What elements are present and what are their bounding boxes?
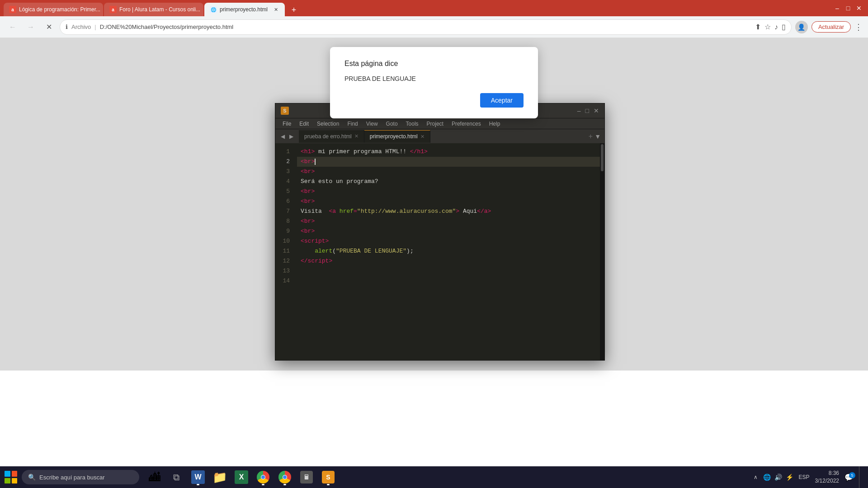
show-desktop-button[interactable] xyxy=(859,466,863,488)
browser-window-controls: – □ ✕ xyxy=(834,5,864,12)
address-bar[interactable]: ℹ Archivo | D:/ONE%20Michael/Proyectos/p… xyxy=(60,19,792,35)
taskbar-app-excel[interactable]: X xyxy=(231,467,251,487)
alert-overlay: Esta página dice PRUEBA DE LENGUAJE Acep… xyxy=(0,38,868,371)
start-icon xyxy=(5,471,17,483)
tab1-label: Lógica de programación: Primer... xyxy=(19,6,100,13)
taskbar-app-chrome2[interactable] xyxy=(275,467,295,487)
taskbar-app-taskview[interactable]: ⧉ xyxy=(166,467,186,487)
media-icon[interactable]: ♪ xyxy=(774,23,778,31)
minimize-button[interactable]: – xyxy=(834,5,841,12)
tray-network-icon[interactable]: 🌐 xyxy=(763,474,771,481)
start-button[interactable] xyxy=(0,466,22,488)
browser-title-bar: a Lógica de programación: Primer... ✕ a … xyxy=(0,0,868,16)
tab3-close[interactable]: ✕ xyxy=(272,6,279,13)
forward-button[interactable]: → xyxy=(24,20,38,34)
calculator-icon: 🖩 xyxy=(300,471,313,483)
tray-battery-icon[interactable]: ⚡ xyxy=(786,474,793,481)
taskbar-search[interactable]: 🔍 Escribe aquí para buscar xyxy=(22,470,139,484)
archive-icon: ℹ xyxy=(66,23,68,30)
tray-expand-icon[interactable]: ∧ xyxy=(754,474,758,480)
date-display: 3/12/2022 xyxy=(815,477,839,485)
reload-button[interactable]: ✕ xyxy=(42,20,56,34)
browser-tab-2[interactable]: a Foro | Alura Latam - Cursos onli... ✕ xyxy=(104,3,203,16)
tab2-label: Foro | Alura Latam - Cursos onli... xyxy=(119,6,200,13)
address-text: D:/ONE%20Michael/Proyectos/primerproyect… xyxy=(100,23,234,30)
taskbar-app-explorer[interactable]: 📁 xyxy=(210,467,230,487)
share-icon[interactable]: ⬆ xyxy=(755,23,761,31)
tray-volume-icon[interactable]: 🔊 xyxy=(774,474,782,481)
taskbar-app-chrome1[interactable] xyxy=(253,467,273,487)
tab3-label: primerproyecto.html xyxy=(220,6,268,13)
menu-icon[interactable]: ⋮ xyxy=(854,22,863,32)
browser-nav-bar: ← → ✕ ℹ Archivo | D:/ONE%20Michael/Proye… xyxy=(0,16,868,38)
word-indicator xyxy=(197,484,199,485)
time-display: 8:36 xyxy=(815,469,839,477)
back-button[interactable]: ← xyxy=(5,20,20,34)
chrome-icon-2 xyxy=(278,471,291,483)
tab2-favicon: a xyxy=(109,6,117,13)
folder-icon: 📁 xyxy=(212,470,227,484)
alert-title: Esta página dice xyxy=(344,60,524,68)
browser-tab-1[interactable]: a Lógica de programación: Primer... ✕ xyxy=(4,3,103,16)
chrome2-indicator xyxy=(283,484,286,485)
tray-icons: 🌐 🔊 ⚡ xyxy=(763,474,793,481)
notification-button[interactable]: 💬 5 xyxy=(844,473,854,482)
language-indicator[interactable]: ESP xyxy=(799,474,810,480)
bookmark-icon[interactable]: ☆ xyxy=(764,23,771,31)
browser-tab-3[interactable]: 🌐 primerproyecto.html ✕ xyxy=(204,3,285,16)
maximize-button[interactable]: □ xyxy=(844,5,852,12)
tabs-bar: a Lógica de programación: Primer... ✕ a … xyxy=(4,0,834,16)
address-separator: | xyxy=(94,23,96,30)
alert-message: PRUEBA DE LENGUAJE xyxy=(344,75,524,82)
update-button[interactable]: Actualizar xyxy=(811,21,851,33)
add-tab-button[interactable]: + xyxy=(288,4,300,16)
sublime-taskbar-icon: S xyxy=(322,471,335,483)
excel-icon: X xyxy=(235,470,248,484)
profile-icon[interactable]: 👤 xyxy=(795,21,808,33)
word-icon: W xyxy=(191,470,205,484)
aceptar-button[interactable]: Aceptar xyxy=(480,93,524,108)
taskbar-app-calculator[interactable]: 🖩 xyxy=(297,467,316,487)
tab1-favicon: a xyxy=(9,6,16,13)
notification-badge: 5 xyxy=(849,472,855,479)
city-icon: 🏙 xyxy=(149,470,160,484)
sublime-indicator xyxy=(327,484,330,485)
archive-label: Archivo xyxy=(71,23,91,30)
chrome1-indicator xyxy=(262,484,264,485)
taskbar-app-sublime[interactable]: S xyxy=(318,467,338,487)
address-right-icons: ⬆ ☆ ♪ ▯ xyxy=(755,23,786,31)
taskbar-app-city[interactable]: 🏙 xyxy=(145,467,165,487)
search-placeholder-text: Escribe aquí para buscar xyxy=(39,474,105,481)
alert-buttons: Aceptar xyxy=(344,93,524,108)
sidebar-icon[interactable]: ▯ xyxy=(782,23,786,31)
alert-dialog: Esta página dice PRUEBA DE LENGUAJE Acep… xyxy=(330,47,538,118)
tab3-favicon: 🌐 xyxy=(210,6,217,13)
browser-window: a Lógica de programación: Primer... ✕ a … xyxy=(0,0,868,371)
browser-content: Esta página dice PRUEBA DE LENGUAJE Acep… xyxy=(0,38,868,371)
close-button[interactable]: ✕ xyxy=(855,5,863,12)
taskbar-right: ∧ 🌐 🔊 ⚡ ESP 8:36 3/12/2022 💬 5 xyxy=(754,466,868,488)
taskbar-apps: 🏙 ⧉ W 📁 X xyxy=(145,467,338,487)
taskview-icon: ⧉ xyxy=(173,472,179,483)
chrome-icon-1 xyxy=(257,471,269,483)
taskbar-app-word[interactable]: W xyxy=(188,467,208,487)
search-icon: 🔍 xyxy=(28,474,36,481)
taskbar: 🔍 Escribe aquí para buscar 🏙 ⧉ W 📁 X xyxy=(0,466,868,488)
time-date: 8:36 3/12/2022 xyxy=(815,469,839,485)
